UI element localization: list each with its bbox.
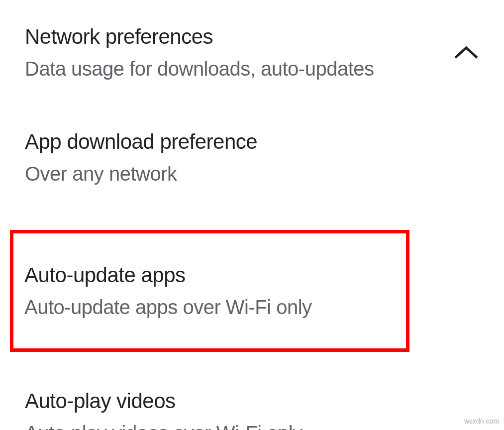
setting-value: Over any network xyxy=(25,163,479,185)
network-preferences-section-header[interactable]: Network preferences Data usage for downl… xyxy=(25,25,479,80)
highlighted-box: Auto-update apps Auto-update apps over W… xyxy=(10,230,409,352)
setting-title: Auto-play videos xyxy=(25,389,479,413)
app-download-preference-item[interactable]: App download preference Over any network xyxy=(25,130,479,185)
setting-value: Auto-play videos over Wi-Fi only xyxy=(25,422,479,430)
setting-value: Auto-update apps over Wi-Fi only xyxy=(24,296,406,319)
auto-play-videos-item[interactable]: Auto-play videos Auto-play videos over W… xyxy=(25,389,479,430)
watermark: wsxdn.com xyxy=(464,417,499,425)
section-title: Network preferences xyxy=(25,25,453,49)
auto-update-apps-item[interactable]: Auto-update apps Auto-update apps over W… xyxy=(24,263,406,319)
setting-title: App download preference xyxy=(25,130,479,154)
setting-title: Auto-update apps xyxy=(24,263,406,287)
chevron-up-icon[interactable] xyxy=(453,45,479,63)
section-subtitle: Data usage for downloads, auto-updates xyxy=(25,58,453,80)
